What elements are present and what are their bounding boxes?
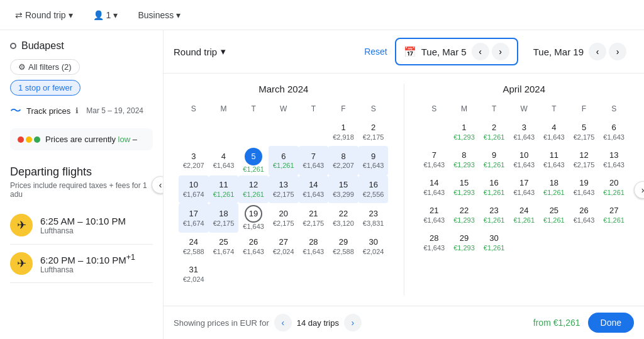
day-cell[interactable]: 14€1,643: [299, 175, 329, 203]
filter-row: ⚙ All filters (2) 1 stop or fewer: [0, 57, 163, 98]
day-cell[interactable]: 26€1,643: [569, 201, 599, 229]
day-cell[interactable]: 18€1,261: [539, 174, 569, 201]
day-cell[interactable]: 6€1,643: [599, 118, 629, 146]
end-date-picker[interactable]: Tue, Mar 19 ‹ ›: [526, 39, 634, 64]
day-cell[interactable]: 12€2,175: [569, 146, 599, 174]
day-cell[interactable]: 25€1,261: [539, 201, 569, 229]
day-cell[interactable]: 5€1,261: [238, 146, 269, 175]
reset-button[interactable]: Reset: [364, 47, 387, 57]
start-date-next[interactable]: ›: [492, 43, 509, 60]
cabin-class-selector[interactable]: Business ▾: [133, 8, 186, 23]
stops-filter-button[interactable]: 1 stop or fewer: [10, 80, 80, 96]
day-cell[interactable]: 13€2,175: [269, 175, 299, 203]
day-cell[interactable]: 22€1,293: [449, 201, 479, 229]
day-cell[interactable]: 5€2,175: [569, 118, 599, 146]
flight-card-2[interactable]: ✈ 6:20 PM – 10:10 PM+1 Lufthansa: [10, 245, 153, 283]
day-price: €2,024: [273, 248, 294, 256]
all-filters-button[interactable]: ⚙ All filters (2): [10, 59, 80, 75]
trip-length-next[interactable]: ›: [344, 314, 362, 331]
day-cell[interactable]: 13€1,643: [599, 146, 629, 174]
day-cell[interactable]: 1€1,293: [449, 118, 479, 146]
day-price: €2,175: [363, 133, 384, 142]
day-cell[interactable]: 3€1,643: [509, 118, 539, 146]
start-date-prev[interactable]: ‹: [472, 43, 489, 60]
day-cell[interactable]: 12€1,261: [238, 175, 269, 203]
day-number: 21: [430, 206, 438, 216]
day-cell[interactable]: 24€2,588: [179, 233, 209, 260]
day-cell[interactable]: 11€1,643: [539, 146, 569, 174]
day-cell[interactable]: 10€1,643: [509, 146, 539, 174]
day-cell[interactable]: 3€2,207: [179, 146, 209, 175]
calendar-next-button[interactable]: ›: [634, 181, 644, 199]
day-cell[interactable]: 7€1,643: [299, 146, 329, 175]
day-cell: [269, 260, 299, 288]
day-cell[interactable]: 4€1,643: [539, 118, 569, 146]
day-cell: [539, 229, 569, 257]
day-cell[interactable]: 4€1,643: [209, 146, 239, 175]
day-cell[interactable]: 15€1,293: [449, 174, 479, 201]
day-cell[interactable]: 16€1,261: [479, 174, 509, 201]
day-price: €1,261: [213, 191, 235, 199]
day-cell[interactable]: 30€2,024: [358, 233, 389, 260]
track-prices-row[interactable]: 〜 Track prices ℹ Mar 5 – 19, 2024: [0, 98, 163, 123]
trip-type-dropdown[interactable]: Round trip ▾: [174, 46, 226, 57]
day-cell[interactable]: 21€2,175: [299, 203, 329, 233]
day-cell[interactable]: 8€1,293: [449, 146, 479, 174]
start-date-picker[interactable]: 📅 Tue, Mar 5 ‹ ›: [395, 38, 518, 65]
day-cell[interactable]: 21€1,643: [419, 201, 450, 229]
day-cell[interactable]: 11€1,261: [209, 175, 239, 203]
day-cell[interactable]: 14€1,643: [419, 174, 450, 201]
day-cell[interactable]: 6€1,261: [269, 146, 299, 175]
day-price: €2,207: [333, 162, 354, 170]
day-cell[interactable]: 20€2,175: [269, 203, 299, 233]
flight-card-1[interactable]: ✈ 6:25 AM – 10:10 PM Lufthansa: [10, 206, 153, 245]
day-cell[interactable]: 27€2,024: [269, 233, 299, 260]
done-button[interactable]: Done: [588, 313, 634, 333]
day-cell[interactable]: 8€2,207: [328, 146, 358, 175]
day-cell[interactable]: 18€2,175: [209, 203, 239, 233]
price-banner: Prices are currently low –: [10, 128, 153, 150]
day-cell[interactable]: 9€1,261: [479, 146, 509, 174]
day-number: 19: [245, 205, 262, 223]
day-cell[interactable]: 27€1,261: [599, 201, 629, 229]
day-number: 4: [221, 152, 226, 162]
day-cell[interactable]: 1€2,918: [328, 118, 358, 146]
trip-length-prev[interactable]: ‹: [274, 314, 292, 331]
day-cell[interactable]: 7€1,643: [419, 146, 450, 174]
trip-type-selector[interactable]: ⇄ Round trip ▾: [10, 8, 78, 23]
day-cell[interactable]: 15€3,299: [328, 175, 358, 203]
day-price: €1,643: [303, 162, 325, 170]
day-cell[interactable]: 20€1,261: [599, 174, 629, 201]
end-date-next[interactable]: ›: [609, 43, 626, 60]
day-cell[interactable]: 25€1,674: [209, 233, 239, 260]
day-cell[interactable]: 19€1,643: [569, 174, 599, 201]
day-cell[interactable]: 17€1,643: [509, 174, 539, 201]
day-cell[interactable]: 28€1,643: [299, 233, 329, 260]
day-cell[interactable]: 19€1,643: [238, 203, 269, 233]
day-cell[interactable]: 26€1,643: [238, 233, 269, 260]
day-cell[interactable]: 31€2,024: [179, 260, 209, 288]
day-number: 12: [249, 180, 258, 191]
day-cell[interactable]: 2€2,175: [358, 118, 389, 146]
day-price: €1,643: [303, 248, 325, 256]
day-number: 24: [519, 206, 528, 216]
day-cell[interactable]: 24€1,261: [509, 201, 539, 229]
day-cell[interactable]: 23€3,831: [358, 203, 389, 233]
passengers-selector[interactable]: 👤 1 ▾: [88, 8, 123, 23]
day-cell[interactable]: 22€3,120: [328, 203, 358, 233]
day-cell[interactable]: 9€1,643: [358, 146, 389, 175]
day-cell[interactable]: 23€1,261: [479, 201, 509, 229]
day-cell[interactable]: 16€2,556: [358, 175, 389, 203]
day-number: 22: [460, 206, 469, 216]
day-cell[interactable]: 28€1,643: [419, 229, 450, 257]
march-day-header-w: W: [269, 102, 299, 116]
day-cell[interactable]: 29€1,293: [449, 229, 479, 257]
day-cell[interactable]: 10€1,674: [179, 175, 209, 203]
day-number: 20: [609, 178, 618, 189]
day-number: 28: [309, 237, 318, 248]
day-cell[interactable]: 30€1,261: [479, 229, 509, 257]
end-date-prev[interactable]: ‹: [589, 43, 606, 60]
day-cell[interactable]: 2€1,261: [479, 118, 509, 146]
day-cell[interactable]: 29€2,588: [328, 233, 358, 260]
day-cell[interactable]: 17€1,674: [179, 203, 209, 233]
